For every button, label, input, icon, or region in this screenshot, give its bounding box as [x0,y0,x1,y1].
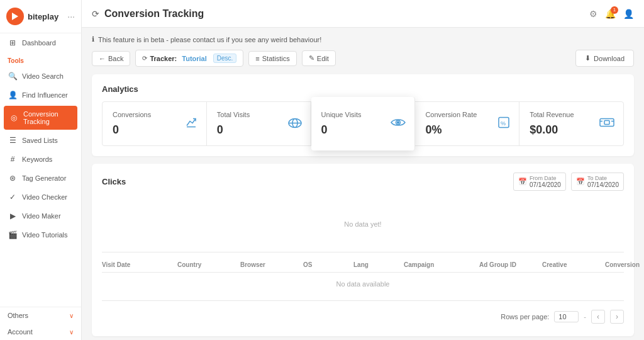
clicks-title: Clicks [102,177,126,186]
sidebar-item-video-search[interactable]: 🔍 Video Search [0,67,81,86]
to-date-value: 07/14/2020 [587,181,619,188]
tracker-name: Tutorial [182,55,207,62]
video-maker-icon: ▶ [8,211,18,221]
sidebar-item-video-checker[interactable]: ✓ Video Checker [0,188,81,207]
notification-badge: 1 [611,6,618,14]
sidebar-item-label: Account [8,328,69,336]
sidebar-item-keywords[interactable]: # Keywords [0,150,81,169]
download-icon: ⬇ [585,54,591,62]
sidebar-item-label: Dashboard [22,39,74,47]
table-header: Visit Date Country Browser OS Lang Campa… [102,258,624,273]
back-icon: ← [99,55,106,62]
sidebar-item-tag-generator[interactable]: ⊛ Tag Generator [0,169,81,188]
sidebar-item-video-maker[interactable]: ▶ Video Maker [0,207,81,225]
from-date-filter[interactable]: 📅 From Date 07/14/2020 [513,173,566,191]
tracker-button[interactable]: ⟳ Tracker: Tutorial Desc. [135,50,243,67]
pagination-prev-button[interactable]: ‹ [591,310,605,324]
video-search-icon: 🔍 [8,71,18,81]
sidebar: biteplay ··· ⊞ Dashboard Tools 🔍 Video S… [0,0,82,340]
video-checker-icon: ✓ [8,192,18,202]
find-influencer-icon: 👤 [8,90,18,100]
download-button[interactable]: ⬇ Download [575,50,634,67]
metric-value: 0% [425,123,509,137]
sidebar-item-label: Video Tutorials [22,231,74,239]
calendar-icon-2: 📅 [576,178,585,186]
chevron-down-icon: ∨ [69,329,74,336]
sidebar-item-dashboard[interactable]: ⊞ Dashboard [0,33,81,52]
settings-icon[interactable]: ⚙ [589,9,597,19]
col-creative: Creative [542,261,605,268]
total-visits-icon [288,116,302,131]
metric-value: 0 [113,123,196,137]
sidebar-item-label: Others [8,312,69,319]
sidebar-item-label: Saved Lists [22,137,74,144]
sidebar-item-label: Video Maker [22,212,74,220]
table-section: Visit Date Country Browser OS Lang Campa… [102,258,624,327]
chevron-down-icon: ∨ [69,312,74,319]
page-title: Conversion Tracking [104,8,204,20]
rows-per-page-select[interactable]: 10 25 50 [554,311,579,322]
statistics-icon: ≡ [255,55,259,62]
download-label: Download [594,55,625,62]
back-button[interactable]: ← Back [92,51,130,66]
col-lang: Lang [353,261,404,268]
conversions-icon [185,116,197,132]
total-revenue-icon [599,117,614,130]
desc-badge[interactable]: Desc. [213,54,237,63]
notifications-icon[interactable]: 🔔 1 [605,9,616,19]
content-area: ℹ This feature is in beta - please conta… [82,28,644,340]
toolbar-left: ← Back ⟳ Tracker: Tutorial Desc. ≡ Stati… [92,50,336,67]
info-icon: ℹ [92,35,94,43]
top-header: ⟳ Conversion Tracking ⚙ 🔔 1 👤 [82,0,644,28]
main-content: ⟳ Conversion Tracking ⚙ 🔔 1 👤 ℹ This fea… [82,0,644,340]
col-os: OS [303,261,353,268]
tracker-icon: ⟳ [142,55,147,62]
col-conversion: Conversion [605,261,644,268]
sidebar-section-tools: Tools [0,52,81,67]
col-visit-date: Visit Date [102,261,177,268]
table-footer: Rows per page: 10 25 50 - ‹ › [102,306,624,327]
col-country: Country [177,261,240,268]
sidebar-item-find-influencer[interactable]: 👤 Find Influencer [0,86,81,105]
sidebar-item-label: Video Checker [22,193,74,201]
page-icon: ⟳ [92,9,99,19]
from-date-label: From Date [530,175,561,181]
header-right: ⚙ 🔔 1 👤 [589,9,634,19]
metric-conversions: Conversions 0 [103,102,207,145]
sidebar-more-icon[interactable]: ··· [67,11,75,21]
svg-rect-9 [600,118,614,126]
beta-notice-text: This feature is in beta - please contact… [98,36,321,43]
sidebar-header: biteplay ··· [0,0,81,33]
calendar-icon: 📅 [518,178,527,186]
analytics-section: Analytics Conversions 0 Total Visits [92,74,634,156]
sidebar-item-video-tutorials[interactable]: 🎬 Video Tutorials [0,225,81,244]
from-date-value: 07/14/2020 [530,181,561,188]
sidebar-item-saved-lists[interactable]: ☰ Saved Lists [0,131,81,150]
metric-total-revenue: Total Revenue $0.00 [519,102,623,145]
beta-notice: ℹ This feature is in beta - please conta… [92,35,634,43]
sidebar-item-label: Find Influencer [22,91,74,99]
to-date-filter[interactable]: 📅 To Date 07/14/2020 [571,173,624,191]
pagination-next-button[interactable]: › [610,310,624,324]
svg-marker-0 [12,13,18,20]
to-date-group: To Date 07/14/2020 [587,175,619,188]
svg-rect-10 [604,120,609,124]
statistics-button[interactable]: ≡ Statistics [248,51,296,66]
sidebar-item-account[interactable]: Account ∨ [0,324,81,340]
col-browser: Browser [240,261,303,268]
sidebar-item-others[interactable]: Others ∨ [0,307,81,324]
edit-button[interactable]: ✎ Edit [302,50,336,66]
edit-icon: ✎ [309,54,314,62]
metric-label: Conversions [113,111,196,118]
user-icon[interactable]: 👤 [623,9,634,19]
sidebar-item-conversion-tracking[interactable]: ◎ Conversion Tracking [4,106,77,130]
unique-visits-icon [391,117,406,130]
rows-label: Rows per page: [501,313,549,320]
sidebar-item-label: Tag Generator [22,174,74,182]
logo-icon [6,8,24,25]
conversion-rate-icon: % [497,116,510,132]
to-date-label: To Date [587,175,619,181]
sidebar-item-label: Conversion Tracking [23,110,72,125]
svg-point-6 [397,122,399,123]
sidebar-item-label: Keywords [22,156,74,163]
